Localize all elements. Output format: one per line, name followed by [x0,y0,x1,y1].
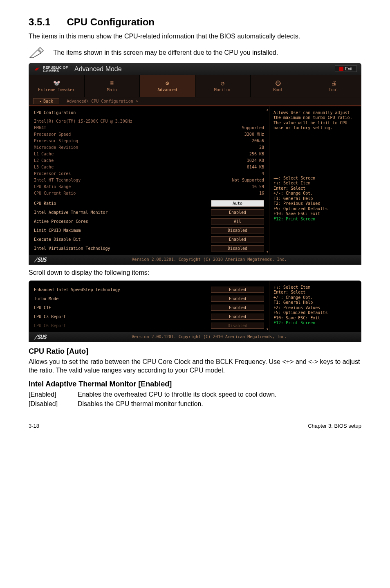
info-row: Intel HT TechnologyNot Supported [34,177,264,183]
setting-row[interactable]: Intel Virtualization TechnologyDisabled [34,245,264,251]
tab-extreme-tweaker[interactable]: 🐭Extreme Tweaker [29,75,85,97]
setting-row[interactable]: Enhanced Intel SpeedStep TechnologyEnabl… [34,287,264,293]
info-row: L3 Cache6144 KB [34,164,264,170]
scroll-down-icon[interactable]: ▾ [265,249,270,254]
subsection-title: CPU Ratio [Auto] [29,347,361,356]
info-value: 6144 KB [203,165,264,169]
option-desc: Enables the overheated CPU to throttle i… [78,390,361,399]
key-help: ↑↓: Select ItemEnter: Select+/-: Change … [273,285,357,326]
setting-value[interactable]: Enabled [211,305,264,311]
info-value: 4 [203,171,264,176]
scroll-down-icon[interactable]: ▾ [265,327,270,331]
tab-icon: ≣ [110,80,114,86]
option-row: [Disabled]Disables the CPU thermal monit… [29,399,361,408]
option-key: [Disabled] [29,399,78,408]
info-value: 16 [203,191,264,195]
bios-titlebar: REPUBLIC OF GAMERS Advanced Mode Exit [29,63,361,75]
info-row: Intel(R) Core(TM) i5-2500K CPU @ 3.30GHz [34,118,264,124]
info-label: CPU Current Ratio [34,191,203,195]
keyhelp-line: ↑↓: Select Item [273,285,357,290]
version-text: Version 2.00.1201. Copyright (C) 2010 Am… [58,257,361,262]
setting-value[interactable]: Disabled [211,227,264,233]
setting-label: Turbo Mode [34,296,211,301]
option-row: [Enabled]Enables the overheated CPU to t… [29,390,361,399]
exit-button[interactable]: Exit [335,65,357,72]
info-row: CPU Current Ratio16 [34,190,264,196]
info-label: EM64T [34,126,203,130]
info-row: Processor Speed3300 MHz [34,131,264,137]
setting-value[interactable]: Enabled [211,314,264,320]
keyhelp-line: F5: Optimized Defaults [273,206,357,212]
setting-row[interactable]: Active Processor CoresAll [34,218,264,224]
asus-logo: /SUS [29,334,58,340]
info-value: 3300 MHz [203,132,264,137]
info-label: Intel HT Technology [34,178,203,182]
setting-label: CPU Ratio [34,201,211,206]
tab-boot[interactable]: ⏻Boot [251,75,306,97]
setting-value: Disabled [211,323,264,329]
setting-row[interactable]: CPU C3 ReportEnabled [34,314,264,320]
tab-icon: 🖨 [331,80,336,86]
info-row: Microcode Revision28 [34,144,264,150]
tab-label: Tool [329,88,338,92]
setting-value[interactable]: Auto [211,200,264,207]
setting-row[interactable]: Intel Adaptive Thermal MonitorEnabled [34,209,264,215]
mode-label: Advanced Mode [74,65,122,73]
tab-icon: ◔ [221,80,224,86]
setting-row[interactable]: CPU RatioAuto [34,200,264,206]
keyhelp-line: F10: Save ESC: Exit [273,316,357,321]
info-value: Not Supported [203,178,264,182]
setting-label: Limit CPUID Maximum [34,228,211,233]
setting-label: CPU C1E [34,305,211,310]
info-value: 28 [203,145,264,150]
back-arrow-icon: ◂ [39,99,42,103]
info-value: 256 KB [203,152,264,156]
info-row: CPU Ratio Range16-59 [34,184,264,190]
keyhelp-line: F1: General Help [273,300,357,305]
scroll-note: Scroll down to display the following ite… [29,269,361,276]
help-text: Allows User can manually adjust the maxi… [273,110,357,131]
tab-label: Boot [273,88,283,92]
version-text: Version 2.00.1201. Copyright (C) 2010 Am… [58,334,361,339]
setting-row[interactable]: Limit CPUID MaximumDisabled [34,227,264,233]
scroll-up-icon[interactable]: ▴ [265,107,270,112]
option-table: [Enabled]Enables the overheated CPU to t… [29,390,361,408]
tab-advanced-icon: ⚙ [166,80,169,86]
asus-logo: /SUS [29,256,58,263]
setting-value[interactable]: All [211,218,264,224]
keyhelp-line: +/-: Change Opt. [273,295,357,301]
setting-value[interactable]: Enabled [211,287,264,293]
tab-main[interactable]: ≣Main [85,75,140,97]
setting-value[interactable]: Disabled [211,245,264,251]
bios-tabs: 🐭Extreme Tweaker≣Main⚙Advanced◔Monitor⏻B… [29,75,361,97]
subsection-desc: Allows you to set the ratio between the … [29,357,361,375]
keyhelp-line: Enter: Select [273,186,357,191]
setting-value[interactable]: Enabled [211,296,264,302]
info-label: Processor Stepping [34,139,203,143]
keyhelp-line: →←: Select Screen [273,176,357,181]
setting-label: Enhanced Intel SpeedStep Technology [34,287,211,292]
setting-row: CPU C6 ReportDisabled [34,323,264,329]
keyhelp-line: F10: Save ESC: Exit [273,211,357,217]
note-pencil-icon [29,47,45,59]
note-callout: The items shown in this screen may be di… [29,47,361,59]
setting-value[interactable]: Enabled [211,236,264,242]
bios-screenshot-1: REPUBLIC OF GAMERS Advanced Mode Exit 🐭E… [29,63,361,265]
info-label: L2 Cache [34,158,203,163]
tab-label: Advanced [157,88,177,92]
setting-row[interactable]: Turbo ModeEnabled [34,296,264,302]
setting-value[interactable]: Enabled [211,209,264,215]
tab-tool[interactable]: 🖨Tool [306,75,361,97]
tab-monitor[interactable]: ◔Monitor [195,75,251,97]
option-key: [Enabled] [29,390,78,399]
tab-icon: 🐭 [53,80,60,86]
info-value: 1024 KB [203,158,264,163]
setting-row[interactable]: Execute Disable BitEnabled [34,236,264,242]
tab-label: Extreme Tweaker [38,88,75,92]
setting-row[interactable]: CPU C1EEnabled [34,305,264,311]
keyhelp-line: F12: Print Screen [273,217,357,222]
back-button[interactable]: ◂ Back [33,98,59,104]
info-label: Microcode Revision [34,145,203,150]
tab-advanced[interactable]: ⚙Advanced [140,75,195,97]
page-footer: 3-18 Chapter 3: BIOS setup [29,421,361,429]
